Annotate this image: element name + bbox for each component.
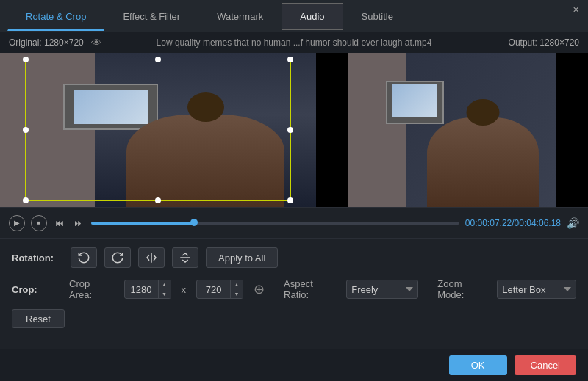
scene-person (126, 115, 284, 207)
crop-width-input-group: ▲ ▼ (124, 280, 171, 299)
height-down-button[interactable]: ▼ (231, 289, 243, 298)
tab-audio[interactable]: Audio (282, 3, 343, 30)
progress-fill (91, 222, 194, 225)
crop-height-input-group: ▲ ▼ (196, 280, 243, 299)
tab-watermark[interactable]: Watermark (198, 3, 282, 30)
eye-icon[interactable]: 👁 (91, 37, 101, 48)
width-spinners: ▲ ▼ (158, 280, 171, 298)
width-up-button[interactable]: ▲ (159, 280, 171, 289)
scene-tv (63, 84, 158, 130)
zoom-mode-label: Zoom Mode: (437, 278, 490, 300)
flip-h-icon (145, 251, 158, 264)
video-area (0, 53, 588, 207)
apply-to-all-button[interactable]: Apply to All (206, 247, 278, 268)
scene-person-head (187, 92, 224, 122)
tab-subtitle[interactable]: Subtitle (343, 3, 412, 30)
playback-bar: ▶ ■ ⏮ ⏭ 00:00:07.22/00:04:06.18 🔊 (0, 207, 588, 238)
crop-area-label: Crop Area: (69, 278, 113, 300)
cancel-button[interactable]: Cancel (514, 355, 576, 375)
bottom-bar: OK Cancel (0, 349, 588, 381)
info-bar: Original: 1280×720 👁 Low quality memes t… (0, 32, 588, 53)
right-wall (348, 53, 406, 207)
right-scene (348, 53, 555, 207)
filename-label: Low quality memes that no human ...f hum… (157, 37, 432, 48)
rotation-row: Rotation: (12, 247, 576, 268)
rotate-right-button[interactable] (104, 247, 131, 268)
play-button[interactable]: ▶ (9, 215, 25, 231)
letterbox-right (556, 53, 588, 207)
original-resolution: Original: 1280×720 👁 (9, 37, 101, 48)
letterbox-left (316, 53, 348, 207)
tab-effect-filter[interactable]: Effect & Filter (104, 3, 198, 30)
height-spinners: ▲ ▼ (230, 280, 243, 298)
tab-bar: Rotate & Crop Effect & Filter Watermark … (0, 0, 588, 32)
skip-forward-button[interactable]: ⏭ (72, 217, 85, 230)
scene-tv-screen (74, 90, 148, 124)
right-person (427, 117, 539, 207)
aspect-ratio-select[interactable]: Freely 16:9 4:3 1:1 (346, 280, 418, 299)
stop-button[interactable]: ■ (31, 215, 47, 231)
flip-vertical-button[interactable] (172, 247, 198, 268)
video-preview-left (0, 53, 316, 207)
volume-icon[interactable]: 🔊 (567, 217, 579, 229)
reset-button[interactable]: Reset (12, 309, 65, 328)
crop-label: Crop: (12, 284, 62, 295)
rotate-right-icon (111, 251, 124, 264)
time-display: 00:00:07.22/00:04:06.18 (465, 218, 561, 228)
controls-section: Rotation: (0, 238, 588, 337)
video-preview-right (316, 53, 588, 207)
rotation-label: Rotation: (12, 253, 63, 264)
flip-horizontal-button[interactable] (138, 247, 165, 268)
rotate-left-button[interactable] (71, 247, 97, 268)
ok-button[interactable]: OK (449, 355, 507, 375)
x-separator: x (179, 284, 190, 295)
progress-bar[interactable] (91, 222, 459, 225)
zoom-mode-select[interactable]: Letter Box Pan & Scan Full (497, 280, 576, 299)
crop-width-input[interactable] (125, 284, 158, 295)
right-tv (386, 81, 444, 124)
right-frame (316, 53, 588, 207)
tab-rotate-crop[interactable]: Rotate & Crop (7, 3, 104, 31)
right-tv-screen (392, 84, 437, 117)
output-resolution: Output: 1280×720 (509, 37, 579, 48)
close-button[interactable]: ✕ (570, 4, 581, 15)
skip-back-button[interactable]: ⏮ (53, 217, 66, 230)
height-up-button[interactable]: ▲ (231, 280, 243, 289)
flip-v-icon (179, 251, 192, 264)
right-person-head (467, 99, 500, 126)
minimize-button[interactable]: ─ (554, 4, 564, 15)
progress-thumb[interactable] (190, 219, 198, 226)
crop-height-input[interactable] (197, 284, 230, 295)
width-down-button[interactable]: ▼ (159, 289, 171, 298)
rotate-left-icon (77, 251, 90, 264)
video-frame-left (0, 53, 316, 207)
aspect-ratio-label: Aspect Ratio: (284, 278, 339, 300)
crop-center-icon[interactable]: ⊕ (254, 281, 265, 297)
crop-row: Crop: Crop Area: ▲ ▼ x ▲ ▼ ⊕ Aspect Rati… (12, 278, 576, 300)
title-bar: ─ ✕ (547, 0, 588, 19)
scene-wall (0, 53, 95, 207)
